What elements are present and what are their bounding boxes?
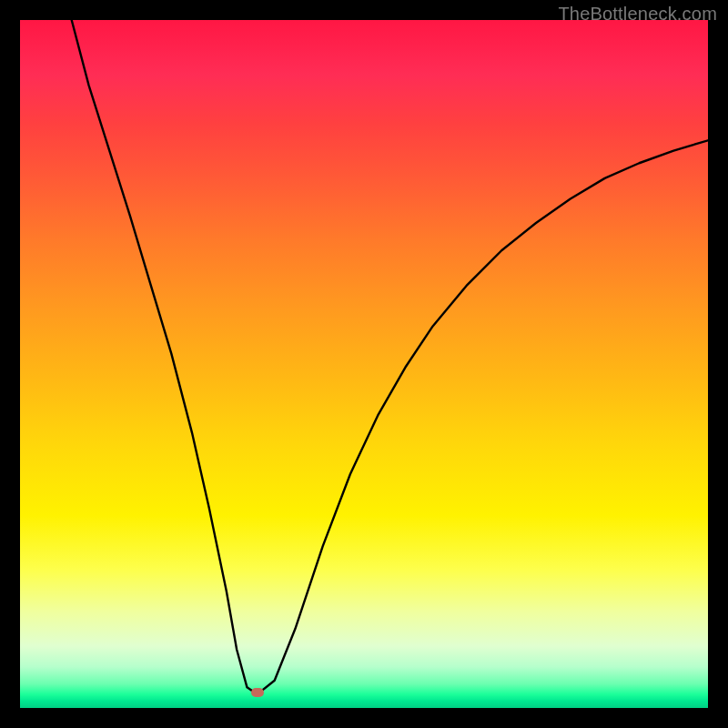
watermark-text: TheBottleneck.com [558, 4, 717, 25]
bottleneck-curve [72, 20, 708, 694]
optimum-marker [251, 688, 264, 697]
plot-area [20, 20, 708, 708]
curve-svg [20, 20, 708, 708]
chart-container: TheBottleneck.com [0, 0, 728, 728]
